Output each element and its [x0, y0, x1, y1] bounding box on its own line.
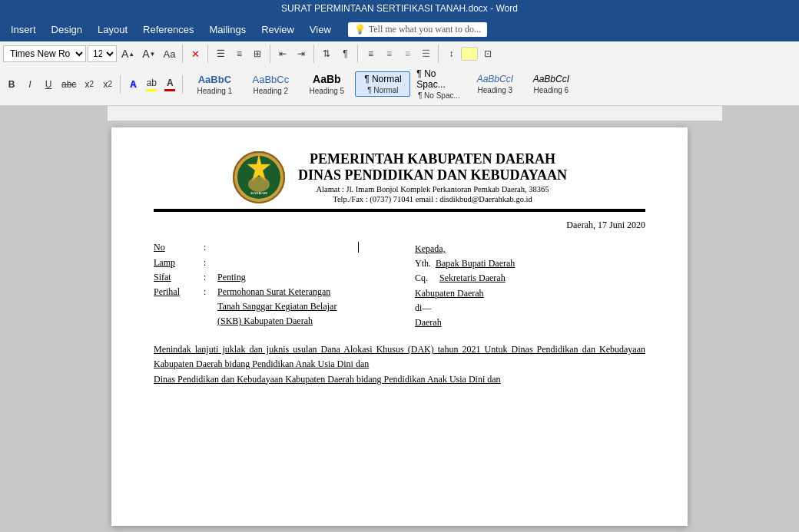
recipient-di: di—: [415, 302, 431, 313]
field-lamp-value: [217, 257, 400, 269]
shading-btn[interactable]: [461, 47, 478, 61]
field-perihal-row: Perihal : Permohonan Surat Keterangan: [154, 286, 400, 298]
bullet-list-btn[interactable]: ☰: [212, 45, 229, 62]
title-text: SURAT PERMINTAAN SERTIFIKASI TANAH.docx …: [281, 3, 518, 14]
sep3: [270, 45, 270, 63]
menu-references[interactable]: References: [135, 21, 201, 38]
numbered-list-btn[interactable]: ≡: [230, 45, 247, 62]
sep6: [438, 45, 439, 63]
style-heading2[interactable]: AaBbCc Heading 2: [243, 71, 298, 97]
search-bar[interactable]: 💡 Tell me what you want to do...: [348, 22, 487, 37]
style-heading6[interactable]: AaBbCcI Heading 6: [523, 71, 579, 97]
date-line: Daerah, 17 Juni 2020: [154, 220, 645, 231]
field-sifat-value: Penting: [217, 272, 400, 283]
recipient-block: Kepada, Yth. Bapak Bupati Daerah Cq. Sek…: [400, 242, 645, 330]
fields-left: No : Lamp : Sif: [154, 242, 400, 330]
style-heading1[interactable]: AaBbC Heading 1: [187, 71, 242, 97]
page-header: DAERAH PEMERINTAH KABUPATEN DAERAH DINAS…: [154, 150, 645, 204]
field-perihal-colon: :: [204, 286, 217, 298]
field-perihal-row3: (SKB) Kabupaten Daerah: [154, 316, 400, 327]
header-divider: [154, 209, 645, 212]
recipient-cq-line: Cq. Sekretaris Daerah: [415, 271, 645, 286]
style-big-a[interactable]: A: [579, 73, 602, 96]
subscript-btn[interactable]: x2: [81, 76, 98, 93]
multilevel-list-btn[interactable]: ⊞: [249, 45, 266, 62]
org-name-1: PEMERINTAH KABUPATEN DAERAH: [298, 151, 567, 167]
field-sifat-label: Sifat: [154, 272, 204, 283]
style-nospace[interactable]: ¶ No Spac... ¶ No Spac...: [411, 66, 466, 102]
style-heading5[interactable]: AaBb Heading 5: [299, 71, 354, 97]
italic-btn[interactable]: I: [22, 76, 38, 93]
toolbar-row-2: B I U abc x2 x2 A ab A AaBbC Hea: [3, 64, 796, 104]
field-no-label: No: [154, 242, 204, 254]
sep4: [313, 45, 314, 63]
recipient-info: Kepada, Yth. Bapak Bupati Daerah Cq. Sek…: [415, 242, 645, 330]
body-text-content: Menindak lanjuti juklak dan juknis usula…: [154, 344, 645, 369]
org-name-2: DINAS PENDIDIKAN DAN KEBUDAYAAN: [298, 167, 567, 183]
toolbar-area: Times New Ro 12 A▲ A▼ Aa ✕ ☰ ≡ ⊞ ⇤ ⇥ ⇅ ¶: [0, 41, 799, 106]
menu-bar: Insert Design Layout References Mailings…: [0, 17, 799, 41]
font-size-select[interactable]: 12: [88, 45, 117, 62]
date-text: Daerah, 17 Juni 2020: [566, 220, 645, 230]
recipient-cq: Cq.: [415, 273, 428, 283]
sep8: [182, 75, 183, 94]
style-normal[interactable]: ¶ Normal ¶ Normal: [355, 71, 410, 97]
underline-btn[interactable]: U: [40, 76, 57, 93]
show-marks-btn[interactable]: ¶: [337, 45, 353, 62]
field-perihal-row2: Tanah Sanggar Kegiatan Belajar: [154, 301, 400, 312]
increase-font-btn[interactable]: A▲: [118, 45, 138, 62]
field-sifat-row: Sifat : Penting: [154, 272, 400, 283]
text-effects-btn[interactable]: A: [124, 76, 141, 93]
body-text-2: Dinas Pendidikan dan Kebudayaan Kabupate…: [154, 372, 645, 387]
sep7: [120, 75, 121, 94]
bold-btn[interactable]: B: [3, 76, 20, 93]
menu-insert[interactable]: Insert: [3, 21, 44, 38]
decrease-font-btn[interactable]: A▼: [139, 45, 158, 62]
svg-point-3: [248, 177, 270, 192]
align-center-btn[interactable]: ≡: [380, 45, 397, 62]
recipient-kabupaten: Kabupaten Daerah: [415, 288, 484, 299]
line-spacing-btn[interactable]: ↕: [443, 45, 459, 62]
border-btn[interactable]: ⊡: [479, 45, 496, 62]
highlight-color-btn[interactable]: ab: [143, 76, 160, 93]
menu-review[interactable]: Review: [254, 21, 302, 38]
field-lamp-label: Lamp: [154, 257, 204, 269]
justify-btn[interactable]: ☰: [417, 45, 434, 62]
align-left-btn[interactable]: ≡: [362, 45, 379, 62]
superscript-btn[interactable]: x2: [99, 76, 116, 93]
sep2: [207, 45, 208, 63]
menu-design[interactable]: Design: [44, 21, 90, 38]
emblem-logo: DAERAH: [232, 150, 286, 204]
strikethrough-btn[interactable]: abc: [58, 76, 79, 93]
increase-indent-btn[interactable]: ⇥: [293, 45, 310, 62]
field-no-value: [217, 242, 400, 254]
sort-btn[interactable]: ⇅: [318, 45, 335, 62]
body-text-content-2: Dinas Pendidikan dan Kebudayaan Kabupate…: [154, 374, 501, 385]
letter-fields: No : Lamp : Sif: [154, 242, 645, 330]
doc-scroll: DAERAH PEMERINTAH KABUPATEN DAERAH DINAS…: [0, 121, 799, 532]
field-sifat-colon: :: [204, 272, 217, 283]
ruler: [0, 106, 799, 121]
change-case-btn[interactable]: Aa: [161, 45, 179, 62]
align-right-btn[interactable]: ≡: [399, 45, 416, 62]
font-name-select[interactable]: Times New Ro: [3, 45, 86, 62]
field-perihal-value: Permohonan Surat Keterangan: [217, 286, 400, 298]
recipient-name: Bapak Bupati Daerah: [436, 256, 515, 271]
recipient-yth-line: Yth. Bapak Bupati Daerah: [415, 256, 645, 271]
font-color-btn[interactable]: A: [161, 76, 178, 93]
field-lamp-colon: :: [204, 257, 217, 269]
ruler-inner: [0, 106, 799, 121]
decrease-indent-btn[interactable]: ⇤: [274, 45, 291, 62]
style-heading3[interactable]: AaBbCcI Heading 3: [467, 71, 522, 97]
field-perihal-label: Perihal: [154, 286, 204, 298]
recipient-yth: Yth.: [415, 256, 431, 271]
title-bar: SURAT PERMINTAAN SERTIFIKASI TANAH.docx …: [0, 0, 799, 17]
search-placeholder: Tell me what you want to do...: [369, 24, 481, 35]
field-no-colon: :: [204, 242, 217, 254]
recipient-di-line: di—: [415, 301, 645, 316]
menu-view[interactable]: View: [302, 21, 339, 38]
menu-layout[interactable]: Layout: [90, 21, 135, 38]
clear-formatting-btn[interactable]: ✕: [187, 45, 204, 62]
org-address: Alamat : Jl. Imam Bonjol Komplek Perkant…: [298, 185, 567, 193]
menu-mailings[interactable]: Mailings: [202, 21, 254, 38]
